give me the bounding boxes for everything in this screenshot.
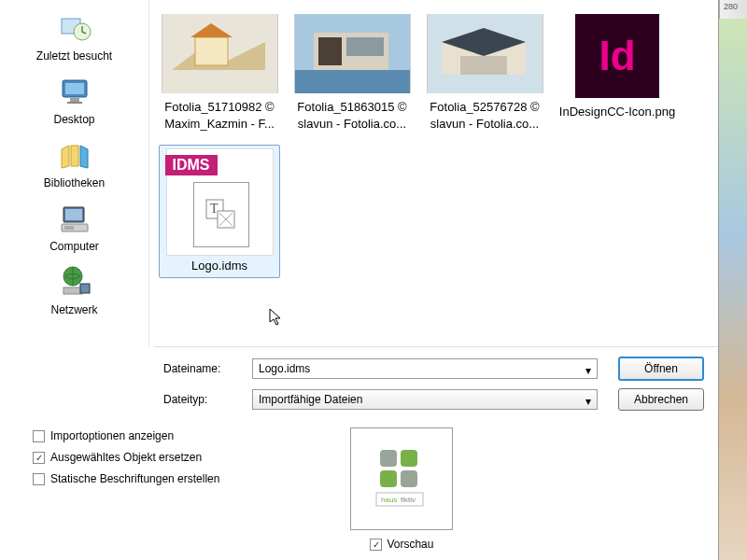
idms-thumbnail: IDMS T xyxy=(166,148,274,256)
svg-rect-26 xyxy=(401,450,417,467)
sidebar-libraries-label: Bibliotheken xyxy=(44,176,105,189)
checkbox-label: Statische Beschriftungen erstellen xyxy=(50,472,219,485)
svg-rect-25 xyxy=(380,450,397,467)
svg-rect-21 xyxy=(460,56,507,75)
file-label: Fotolia_51863015 ©slavun - Fotolia.co... xyxy=(291,99,413,132)
filetype-select[interactable]: Importfähige Dateien ▾ xyxy=(252,389,598,410)
file-list[interactable]: Fotolia_51710982 ©Maxim_Kazmin - F... Fo… xyxy=(149,0,718,346)
checkbox-label: Vorschau xyxy=(387,538,433,551)
checkbox-preview[interactable]: ✓ Vorschau xyxy=(370,538,433,551)
svg-rect-9 xyxy=(64,226,74,230)
svg-rect-11 xyxy=(63,287,82,294)
sidebar-computer-label: Computer xyxy=(49,240,99,253)
checkbox-icon xyxy=(33,430,45,442)
file-item[interactable]: Id InDesignCC-Icon.png xyxy=(557,14,678,132)
filename-label: Dateiname: xyxy=(163,362,252,375)
checkbox-checked-icon: ✓ xyxy=(370,539,382,551)
sidebar-network-label: Netzwerk xyxy=(50,303,97,316)
svg-rect-18 xyxy=(318,37,342,65)
cancel-button[interactable]: Abbrechen xyxy=(618,388,704,411)
desktop-icon xyxy=(55,72,94,111)
places-sidebar: Zuletzt besucht Desktop Bibliotheken Com… xyxy=(0,0,149,346)
image-thumbnail xyxy=(427,14,543,93)
checkbox-icon xyxy=(33,473,45,485)
sidebar-desktop-label: Desktop xyxy=(53,113,94,126)
file-open-dialog: Zuletzt besucht Desktop Bibliotheken Com… xyxy=(0,0,719,560)
svg-rect-4 xyxy=(70,98,79,102)
sidebar-computer[interactable]: Computer xyxy=(0,195,148,257)
sidebar-libraries[interactable]: Bibliotheken xyxy=(0,132,148,193)
open-button[interactable]: Öffnen xyxy=(618,357,704,381)
file-label: Fotolia_52576728 ©slavun - Fotolia.co... xyxy=(424,99,545,132)
filetype-label: Dateityp: xyxy=(163,393,252,406)
file-label: InDesignCC-Icon.png xyxy=(557,104,678,120)
chevron-down-icon[interactable]: ▾ xyxy=(585,395,591,408)
file-item-selected[interactable]: IDMS T Logo.idms xyxy=(159,145,280,278)
file-label: Logo.idms xyxy=(162,258,276,274)
svg-rect-7 xyxy=(65,209,82,220)
checkbox-label: Importoptionen anzeigen xyxy=(50,429,174,442)
idms-badge: IDMS xyxy=(165,155,218,175)
filename-input[interactable]: Logo.idms ▾ xyxy=(252,358,598,379)
checkbox-label: Ausgewähltes Objekt ersetzen xyxy=(50,451,202,464)
sidebar-recent[interactable]: Zuletzt besucht xyxy=(0,5,148,66)
svg-rect-27 xyxy=(380,470,397,487)
computer-icon xyxy=(55,199,94,238)
file-item[interactable]: Fotolia_51863015 ©slavun - Fotolia.co... xyxy=(291,14,413,132)
image-thumbnail xyxy=(162,14,278,93)
svg-rect-3 xyxy=(65,83,84,94)
chevron-down-icon[interactable]: ▾ xyxy=(585,364,591,377)
ruler-value: 280 xyxy=(724,2,738,11)
fields-area: Dateiname: Logo.idms ▾ Öffnen Dateityp: … xyxy=(0,347,718,423)
image-thumbnail xyxy=(294,14,411,93)
document-icon: T xyxy=(193,182,249,247)
background-image-sliver xyxy=(719,19,747,560)
indesign-icon: Id xyxy=(575,14,659,98)
svg-text:haus: haus xyxy=(381,496,397,504)
libraries-icon xyxy=(55,135,94,175)
svg-rect-16 xyxy=(295,70,410,93)
file-item[interactable]: Fotolia_52576728 ©slavun - Fotolia.co... xyxy=(424,14,545,132)
network-icon xyxy=(55,262,94,301)
preview-box: hausfiktiv xyxy=(350,427,453,530)
file-label: Fotolia_51710982 ©Maxim_Kazmin - F... xyxy=(159,99,280,132)
options-area: Importoptionen anzeigen ✓ Ausgewähltes O… xyxy=(0,423,718,560)
sidebar-recent-label: Zuletzt besucht xyxy=(36,49,112,63)
svg-rect-14 xyxy=(195,37,228,65)
svg-rect-5 xyxy=(67,102,82,104)
svg-rect-12 xyxy=(80,284,90,293)
sidebar-desktop[interactable]: Desktop xyxy=(0,68,148,130)
svg-rect-28 xyxy=(401,470,417,487)
checkbox-checked-icon: ✓ xyxy=(33,452,45,464)
sidebar-network[interactable]: Netzwerk xyxy=(0,259,148,320)
checkbox-static-captions[interactable]: Statische Beschriftungen erstellen xyxy=(33,472,219,485)
recent-icon xyxy=(55,8,94,48)
file-item[interactable]: Fotolia_51710982 ©Maxim_Kazmin - F... xyxy=(159,14,280,132)
checkbox-import-options[interactable]: Importoptionen anzeigen xyxy=(33,429,219,442)
svg-text:fiktiv: fiktiv xyxy=(401,496,416,504)
svg-rect-19 xyxy=(346,37,384,56)
checkbox-replace-selected[interactable]: ✓ Ausgewähltes Objekt ersetzen xyxy=(33,451,219,464)
